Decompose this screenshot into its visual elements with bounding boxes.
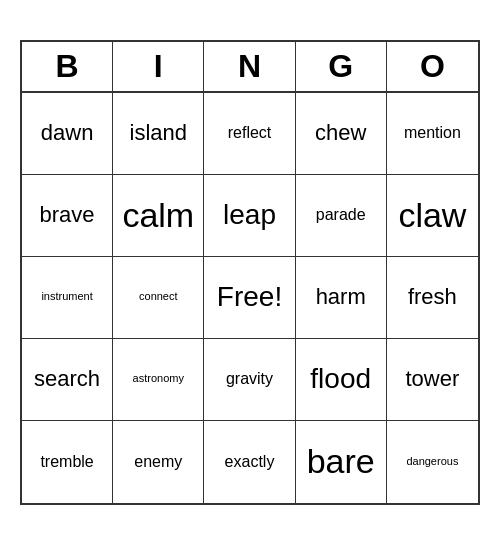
- bingo-cell: island: [113, 93, 204, 175]
- cell-text: tower: [405, 366, 459, 392]
- cell-text: gravity: [226, 369, 273, 388]
- bingo-grid: dawnislandreflectchewmentionbravecalmlea…: [22, 93, 478, 503]
- header-cell: N: [204, 42, 295, 91]
- bingo-cell: dangerous: [387, 421, 478, 503]
- cell-text: fresh: [408, 284, 457, 310]
- bingo-cell: dawn: [22, 93, 113, 175]
- cell-text: exactly: [225, 452, 275, 471]
- cell-text: chew: [315, 120, 366, 146]
- cell-text: dangerous: [406, 455, 458, 468]
- header-cell: B: [22, 42, 113, 91]
- header-cell: I: [113, 42, 204, 91]
- bingo-header: BINGO: [22, 42, 478, 93]
- cell-text: mention: [404, 123, 461, 142]
- bingo-cell: leap: [204, 175, 295, 257]
- bingo-cell: tower: [387, 339, 478, 421]
- cell-text: reflect: [228, 123, 272, 142]
- bingo-cell: calm: [113, 175, 204, 257]
- bingo-cell: reflect: [204, 93, 295, 175]
- cell-text: enemy: [134, 452, 182, 471]
- cell-text: search: [34, 366, 100, 392]
- bingo-cell: mention: [387, 93, 478, 175]
- cell-text: calm: [122, 195, 194, 236]
- cell-text: bare: [307, 441, 375, 482]
- cell-text: island: [130, 120, 187, 146]
- bingo-cell: enemy: [113, 421, 204, 503]
- bingo-cell: Free!: [204, 257, 295, 339]
- bingo-cell: flood: [296, 339, 387, 421]
- cell-text: tremble: [40, 452, 93, 471]
- cell-text: leap: [223, 198, 276, 232]
- bingo-cell: instrument: [22, 257, 113, 339]
- cell-text: claw: [398, 195, 466, 236]
- bingo-cell: chew: [296, 93, 387, 175]
- header-cell: G: [296, 42, 387, 91]
- bingo-cell: fresh: [387, 257, 478, 339]
- cell-text: instrument: [41, 290, 92, 303]
- cell-text: dawn: [41, 120, 94, 146]
- cell-text: parade: [316, 205, 366, 224]
- cell-text: astronomy: [133, 372, 184, 385]
- header-cell: O: [387, 42, 478, 91]
- bingo-cell: parade: [296, 175, 387, 257]
- cell-text: brave: [40, 202, 95, 228]
- bingo-cell: brave: [22, 175, 113, 257]
- bingo-cell: bare: [296, 421, 387, 503]
- bingo-card: BINGO dawnislandreflectchewmentionbravec…: [20, 40, 480, 505]
- cell-text: connect: [139, 290, 178, 303]
- cell-text: harm: [316, 284, 366, 310]
- bingo-cell: claw: [387, 175, 478, 257]
- bingo-cell: harm: [296, 257, 387, 339]
- bingo-cell: connect: [113, 257, 204, 339]
- cell-text: Free!: [217, 280, 282, 314]
- bingo-cell: tremble: [22, 421, 113, 503]
- bingo-cell: astronomy: [113, 339, 204, 421]
- cell-text: flood: [310, 362, 371, 396]
- bingo-cell: search: [22, 339, 113, 421]
- bingo-cell: gravity: [204, 339, 295, 421]
- bingo-cell: exactly: [204, 421, 295, 503]
